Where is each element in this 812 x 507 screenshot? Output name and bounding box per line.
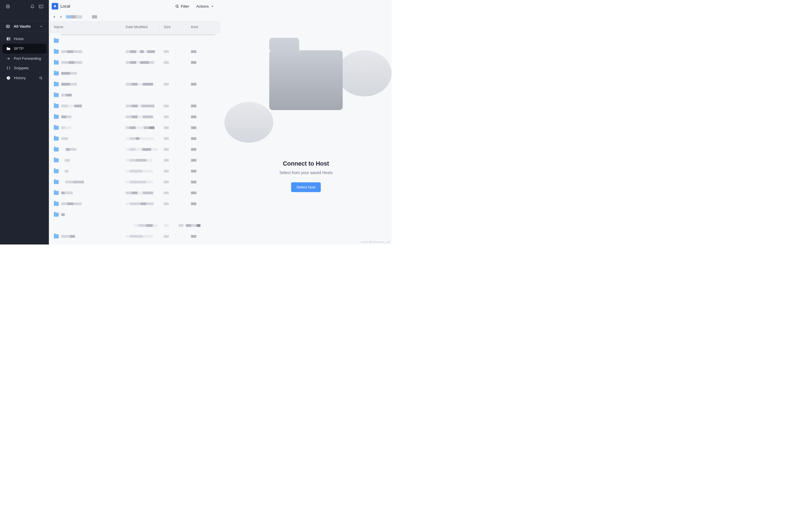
folder-icon <box>54 39 59 43</box>
folder-icon <box>54 61 59 64</box>
folder-icon <box>54 202 59 206</box>
list-item[interactable] <box>49 177 220 187</box>
sidebar-item-label: Snippets <box>14 66 43 70</box>
sidebar-item-history[interactable]: History <box>3 73 47 83</box>
sidebar: All Vaults Hosts SFTP <box>0 0 49 244</box>
chevron-down-icon <box>210 4 214 8</box>
braces-icon <box>6 66 11 70</box>
breadcrumb <box>49 12 220 21</box>
list-item[interactable] <box>49 57 220 68</box>
chevron-down-icon <box>39 24 43 29</box>
list-item[interactable] <box>49 220 220 231</box>
list-item[interactable] <box>49 90 220 101</box>
svg-rect-2 <box>6 25 10 27</box>
folder-icon <box>54 136 59 140</box>
folder-icon <box>54 234 59 238</box>
list-item[interactable] <box>49 187 220 199</box>
folder-icon <box>54 104 59 108</box>
list-item[interactable] <box>49 122 220 133</box>
sidebar-item-snippets[interactable]: Snippets <box>3 63 47 73</box>
svg-point-0 <box>7 6 8 7</box>
sidebar-item-port-forwarding[interactable]: Port Forwarding <box>3 54 47 63</box>
sidebar-item-hosts[interactable]: Hosts <box>3 34 47 44</box>
folder-icon <box>54 93 59 97</box>
list-item[interactable] <box>49 35 220 46</box>
folder-icon <box>54 213 59 217</box>
svg-point-9 <box>40 77 42 79</box>
folder-icon <box>54 158 59 162</box>
sidebar-item-label: Port Forwarding <box>14 56 43 61</box>
list-item[interactable] <box>49 111 220 122</box>
terminal-icon[interactable] <box>39 4 43 9</box>
list-item[interactable] <box>49 101 220 112</box>
folder-icon <box>54 82 59 86</box>
sidebar-item-label: History <box>14 76 39 80</box>
clock-icon <box>6 75 11 80</box>
empty-state-subtitle: Select from your saved Hosts <box>280 170 333 175</box>
empty-state-title: Connect to Host <box>280 160 333 167</box>
list-item[interactable] <box>49 155 220 166</box>
folder-icon <box>54 191 59 195</box>
folder-icon <box>54 126 59 129</box>
list-item[interactable] <box>49 198 220 209</box>
local-file-panel: Local Filter Actions <box>49 0 220 244</box>
settings-icon[interactable] <box>5 4 10 9</box>
column-date[interactable]: Date Modified <box>121 21 159 33</box>
select-host-button[interactable]: Select host <box>291 182 320 192</box>
folder-icon <box>6 46 11 51</box>
file-list[interactable] <box>49 33 220 244</box>
actions-dropdown[interactable]: Actions <box>194 3 217 10</box>
list-item[interactable] <box>49 166 220 177</box>
list-item[interactable] <box>49 133 220 144</box>
panel-title: Local <box>60 4 170 8</box>
column-size[interactable]: Size <box>159 21 186 33</box>
vault-selector[interactable]: All Vaults <box>0 21 49 32</box>
list-item[interactable] <box>49 231 220 242</box>
svg-point-10 <box>175 5 178 7</box>
watermark: CSDN @Fishermen_sail <box>360 240 390 243</box>
list-item[interactable] <box>49 68 220 79</box>
sidebar-toolbar <box>0 0 49 13</box>
actions-label: Actions <box>196 4 209 8</box>
empty-state-illustration <box>220 50 392 123</box>
search-icon <box>175 4 179 8</box>
svg-point-6 <box>7 38 8 38</box>
breadcrumb-path[interactable] <box>66 15 97 18</box>
column-kind[interactable]: Kind <box>186 21 220 33</box>
folder-icon <box>54 115 59 119</box>
arrow-forward-icon <box>6 56 11 61</box>
remote-file-panel: Connect to Host Select from your saved H… <box>220 0 392 244</box>
folder-icon <box>54 169 59 173</box>
nav-back-button[interactable] <box>52 14 57 19</box>
folder-icon <box>54 50 59 54</box>
vault-icon <box>5 24 10 29</box>
search-icon[interactable] <box>39 76 43 80</box>
nav: Hosts SFTP Port Forwarding Snippets <box>0 32 49 83</box>
nav-forward-button[interactable] <box>58 14 63 19</box>
sidebar-item-label: SFTP <box>14 47 43 51</box>
folder-icon <box>54 147 59 151</box>
folder-icon <box>54 71 59 75</box>
file-panel-header: Local Filter Actions <box>49 0 220 12</box>
svg-rect-1 <box>39 5 43 8</box>
column-name[interactable]: Name <box>49 21 121 33</box>
filter-label: Filter <box>181 4 189 8</box>
list-item[interactable] <box>49 46 220 57</box>
server-icon <box>6 36 11 41</box>
sidebar-item-sftp[interactable]: SFTP <box>3 44 47 54</box>
filter-button[interactable]: Filter <box>172 3 192 10</box>
sidebar-item-label: Hosts <box>14 37 43 41</box>
folder-icon <box>54 180 59 184</box>
column-headers: Name Date Modified Size Kind <box>49 21 220 33</box>
list-item[interactable] <box>49 209 220 220</box>
list-item[interactable] <box>49 79 220 90</box>
home-icon[interactable] <box>52 3 58 10</box>
bell-icon[interactable] <box>30 4 35 9</box>
list-item[interactable] <box>49 144 220 155</box>
vault-label: All Vaults <box>13 24 39 29</box>
